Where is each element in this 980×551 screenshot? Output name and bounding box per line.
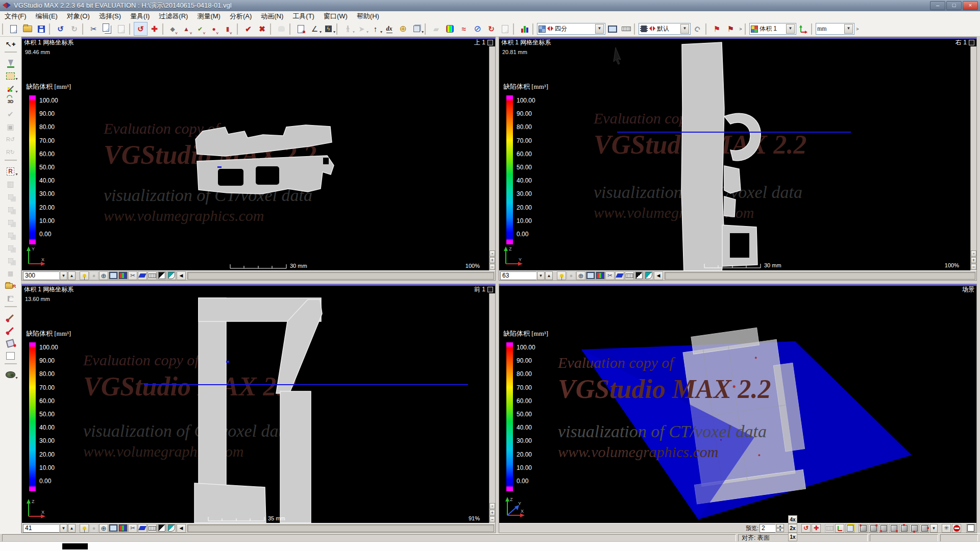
ruler-button[interactable]: [625, 271, 634, 280]
zoom-out-button[interactable]: −: [489, 516, 495, 522]
color-swatch[interactable]: [4, 349, 17, 362]
fit-view-button[interactable]: ▫: [489, 503, 495, 509]
confirm-roi-button[interactable]: ✔: [4, 108, 17, 120]
stop-render-button[interactable]: [952, 524, 961, 533]
zoom-out-button[interactable]: −: [971, 264, 976, 270]
volume-combobox[interactable]: 体积 1 ▼: [749, 23, 796, 35]
select-move-tool[interactable]: ↖✚: [4, 38, 17, 51]
toolbar-overflow-button[interactable]: >: [738, 23, 744, 35]
render-refresh-button[interactable]: ✳: [942, 524, 951, 533]
slice-number-field[interactable]: 63: [500, 271, 536, 280]
roi-combine-2-button[interactable]: [4, 203, 17, 216]
roi-redo-button[interactable]: R↻: [4, 146, 17, 159]
pin-view-button[interactable]: [80, 271, 89, 280]
roi-undo-button[interactable]: R↺: [4, 133, 17, 146]
collapse-panel-button[interactable]: ◀: [654, 271, 663, 280]
template-combobox[interactable]: 默认 ▼: [639, 23, 691, 35]
slice-plane-button[interactable]: [615, 271, 624, 280]
slice-line[interactable]: [144, 384, 468, 385]
cut-slice-button[interactable]: ✂: [128, 524, 137, 533]
slice-plane-button[interactable]: [138, 271, 147, 280]
view-preset-button-1[interactable]: [859, 524, 868, 533]
toolbar-overflow-button[interactable]: >: [854, 23, 861, 35]
roi-combine-5-button[interactable]: [4, 241, 17, 254]
save-roi-button[interactable]: [4, 292, 17, 305]
roi-combine-4-button[interactable]: [4, 229, 17, 241]
new-file-button[interactable]: [7, 22, 20, 36]
slice-number-field[interactable]: 300: [23, 271, 59, 280]
dx-measurement-button[interactable]: dx: [382, 22, 396, 36]
roi-morph-button[interactable]: ▦: [4, 267, 17, 280]
menu-item[interactable]: 选择(S): [94, 11, 126, 22]
pin-view-button[interactable]: [80, 524, 89, 533]
slice-slider-track[interactable]: [187, 272, 494, 280]
slice-up-button[interactable]: ▲: [545, 271, 553, 280]
slice-down-button[interactable]: ▼: [537, 271, 545, 280]
polyline-measure-button[interactable]: ∠: [308, 22, 322, 36]
preview-value-field[interactable]: 2: [760, 524, 775, 533]
view-preset-button-3[interactable]: [879, 524, 888, 533]
slice-line[interactable]: [617, 132, 851, 133]
view-preset-button-2[interactable]: [869, 524, 878, 533]
delete-object-button[interactable]: ✖: [255, 22, 269, 36]
rotate-object-button[interactable]: ↺: [134, 22, 148, 36]
save-button[interactable]: [34, 22, 48, 36]
bookmark-flag-2-button[interactable]: ⚑: [724, 22, 738, 36]
scene-rotate-button[interactable]: ↺: [801, 524, 811, 533]
histogram-button[interactable]: [518, 22, 531, 36]
sphere-view-button[interactable]: ●: [89, 271, 99, 280]
lasso-3d-tool[interactable]: 3D: [4, 95, 17, 108]
combobox-dropdown-button[interactable]: ▼: [595, 24, 604, 34]
zoom-out-button[interactable]: −: [489, 264, 495, 270]
walkthrough-button[interactable]: [341, 22, 355, 36]
fit-view-button[interactable]: ▫: [971, 251, 976, 257]
menu-item[interactable]: 分析(A): [225, 11, 256, 22]
open-file-button[interactable]: [20, 22, 34, 36]
render-quality-button[interactable]: 2x: [788, 524, 797, 533]
drill-tool[interactable]: [4, 57, 17, 69]
grab-info-button[interactable]: [275, 22, 288, 36]
render-preset-button[interactable]: [4, 368, 17, 381]
slice-up-button[interactable]: ▲: [68, 524, 76, 533]
slice-canvas[interactable]: [499, 37, 977, 281]
layout-combobox[interactable]: 四分 ▼: [537, 23, 605, 35]
menu-item[interactable]: 量具(I): [126, 11, 154, 22]
fill-tool[interactable]: [4, 337, 17, 349]
rotate-view-button[interactable]: ⊕: [576, 271, 585, 280]
collapse-panel-button[interactable]: ◀: [177, 271, 186, 280]
menu-item[interactable]: 过滤器(R): [154, 11, 192, 22]
annotation-button[interactable]: [294, 22, 308, 36]
collapse-panel-button[interactable]: ◀: [177, 524, 186, 533]
maximize-button[interactable]: □: [946, 1, 962, 10]
roi-toolbox-button[interactable]: R: [4, 165, 17, 178]
pointer-gray-button[interactable]: ➤: [355, 22, 369, 36]
register-tool-4-button[interactable]: ●v: [208, 22, 222, 36]
gray-page-button[interactable]: [498, 22, 512, 36]
scene-axis-button[interactable]: [835, 524, 844, 533]
combobox-dropdown-button[interactable]: ▼: [844, 24, 853, 34]
menu-item[interactable]: 对象(O): [62, 11, 94, 22]
single-view-button[interactable]: [605, 22, 619, 36]
contrast-a-button[interactable]: [157, 524, 166, 533]
ruler-button[interactable]: [148, 271, 157, 280]
roi-combine-3-button[interactable]: [4, 216, 17, 229]
paste-button[interactable]: [114, 22, 128, 36]
segment-swirl-button[interactable]: ↻: [484, 22, 498, 36]
register-tool-1-button[interactable]: ◆v: [167, 22, 181, 36]
scene-ruler-button[interactable]: [825, 524, 834, 533]
screen-capture-button[interactable]: [109, 524, 118, 533]
register-tool-3-button[interactable]: ✔v: [194, 22, 208, 36]
register-tool-5-button[interactable]: ▮v: [222, 22, 236, 36]
menu-item[interactable]: 工具(T): [288, 11, 319, 22]
copy-button[interactable]: [101, 22, 114, 36]
cut-button[interactable]: ✂: [87, 22, 101, 36]
contrast-b-button[interactable]: [167, 271, 176, 280]
combobox-dropdown-button[interactable]: ▼: [786, 24, 795, 34]
minimize-button[interactable]: –: [930, 1, 945, 10]
slice-number-field[interactable]: 41: [23, 524, 59, 533]
eraser-button[interactable]: ▰: [429, 22, 443, 36]
view-preset-dropdown[interactable]: ▼: [930, 524, 938, 533]
slice-down-button[interactable]: ▼: [60, 524, 67, 533]
menu-item[interactable]: 帮助(H): [352, 11, 384, 22]
menu-item[interactable]: 动画(N): [256, 11, 288, 22]
